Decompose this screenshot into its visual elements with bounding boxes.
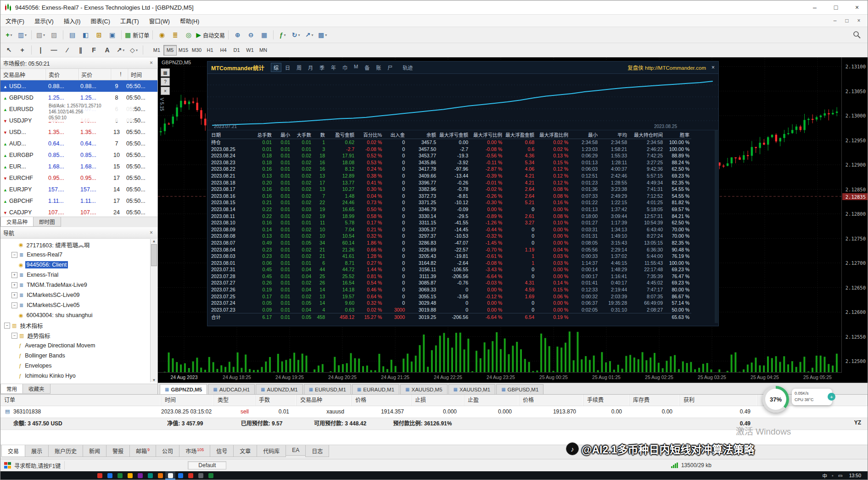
tree-item[interactable]: ƒBollinger Bands xyxy=(0,351,157,361)
mtc-tab-年[interactable]: 年 xyxy=(328,63,339,72)
tree-expander-icon[interactable]: − xyxy=(11,252,17,258)
market-watch-row[interactable]: ▼EURCHF0.95...0.95...1705:50... xyxy=(0,172,157,184)
mtc-tab-周[interactable]: 周 xyxy=(294,63,304,72)
tile-windows-icon[interactable]: ▦ xyxy=(258,29,270,41)
menu-item-窗口(W)[interactable]: 窗口(W) xyxy=(144,15,175,27)
taskbar-app-icon[interactable] xyxy=(175,471,185,480)
tree-item[interactable]: ƒIchimoku Kinko Hyo xyxy=(0,371,157,381)
chart-mini-button-0[interactable]: ▦ xyxy=(161,68,170,77)
horizontal-line-icon[interactable]: — xyxy=(48,44,60,56)
input-method-icon[interactable]: 中 xyxy=(823,472,828,479)
timeframe-M15[interactable]: M15 xyxy=(177,45,190,56)
objects-icon[interactable]: ↗▾ xyxy=(303,29,315,41)
market-watch-row[interactable]: ▲EUR...1.68...1.68...1505:50... xyxy=(0,161,157,172)
scroll-up-icon[interactable]: ▲ xyxy=(152,239,156,243)
mtcommander-close-icon[interactable]: × xyxy=(711,64,715,71)
new-order-icon[interactable]: +▾ xyxy=(3,29,15,41)
net-speed-widget[interactable]: 0.05K/s CPU 38°C + xyxy=(792,389,832,405)
trade-column-5[interactable]: 价格 xyxy=(352,395,411,406)
toolbox-tab-市场[interactable]: 市场105 xyxy=(179,445,210,457)
scrollbar-thumb[interactable] xyxy=(151,244,157,266)
text-label-icon[interactable]: A xyxy=(101,44,113,56)
navigator-scrollbar[interactable]: ▲ ▼ xyxy=(150,239,157,382)
chart-tab-GBPNZD,M5[interactable]: ▦GBPNZD,M5 xyxy=(160,384,207,394)
tree-expander-icon[interactable]: − xyxy=(11,302,17,308)
tree-item[interactable]: +≣TMGM.TradeMax-Live9 xyxy=(0,280,157,290)
chart-tab-AUDCAD,H1[interactable]: ▦AUDCAD,H1 xyxy=(208,384,255,394)
taskbar-app-icon[interactable] xyxy=(135,471,145,480)
mtc-tab-月[interactable]: 月 xyxy=(305,63,316,72)
crosshair-icon[interactable]: + xyxy=(16,44,28,56)
trade-column-11[interactable]: 获利 xyxy=(680,395,758,406)
mtc-tab-日[interactable]: 日 xyxy=(282,63,293,72)
vertical-line-icon[interactable]: | xyxy=(34,44,47,56)
history-center-icon[interactable]: ◉ xyxy=(156,29,168,41)
arrow-objects-icon[interactable]: ↗▾ xyxy=(114,44,127,56)
market-watch-row[interactable]: ▲USD...0.88...0.88...905:50... xyxy=(0,80,157,92)
cycles-icon[interactable]: ↻▾ xyxy=(290,29,302,41)
tree-item[interactable]: −▥趋势指标 xyxy=(0,330,157,340)
tree-expander-icon[interactable]: − xyxy=(4,323,10,329)
tree-item[interactable]: −≣ICMarketsSC-Live05 xyxy=(0,300,157,310)
timeframe-M30[interactable]: M30 xyxy=(190,45,203,56)
tray-icon[interactable]: ◦ xyxy=(832,473,834,478)
minimize-button[interactable]: – xyxy=(804,0,825,14)
scroll-down-icon[interactable]: ▼ xyxy=(152,378,156,382)
trade-column-0[interactable]: 订单 xyxy=(0,395,161,406)
mtc-tab-季[interactable]: 季 xyxy=(317,63,327,72)
chart-tab-AUDNZD,M1[interactable]: ▦AUDNZD,M1 xyxy=(256,384,303,394)
chart-region[interactable]: GBPNZD,M5 ▦?× V 5.15 2.131002.130502.130… xyxy=(158,57,868,383)
mtc-tab-备[interactable]: 备 xyxy=(362,63,372,72)
tab-即时图[interactable]: 即时图 xyxy=(33,217,61,227)
tree-item[interactable]: ◉60043004: shu shuanghui xyxy=(0,310,157,320)
tray-icon[interactable]: ▭ xyxy=(838,473,843,478)
tree-expander-icon[interactable]: + xyxy=(11,282,17,288)
close-button[interactable]: × xyxy=(846,0,868,14)
taskbar-app-icon[interactable] xyxy=(125,471,135,480)
toolbox-tab-交易[interactable]: 交易 xyxy=(1,445,25,457)
mtc-tab-尸[interactable]: 尸 xyxy=(385,63,395,72)
taskbar-app-icon[interactable] xyxy=(145,471,155,480)
profile-selector[interactable]: Default xyxy=(188,461,226,469)
trade-column-4[interactable]: 交易品种 xyxy=(297,395,352,406)
shapes-icon[interactable]: ◇▾ xyxy=(128,44,140,56)
mtc-tab-巾[interactable]: 巾 xyxy=(340,63,350,72)
profiles-icon[interactable]: ▧▾ xyxy=(34,29,47,41)
toolbox-icon[interactable]: ▣ xyxy=(106,29,118,41)
mtcommander-scrollbar[interactable] xyxy=(715,130,718,323)
taskbar-app-icon[interactable] xyxy=(196,471,206,480)
auto-trading-button[interactable]: ▶自动交易 xyxy=(196,29,225,41)
market-watch-row[interactable]: ▲EURGBP0.85...0.85...1005:50... xyxy=(0,149,157,161)
trade-column-8[interactable]: 价格 xyxy=(519,395,583,406)
plus-bubble[interactable]: + xyxy=(828,393,835,401)
trade-column-6[interactable]: 止损 xyxy=(411,395,464,406)
channel-icon[interactable]: ∥ xyxy=(74,44,87,56)
tab-常用[interactable]: 常用 xyxy=(0,384,23,394)
timeframe-H4[interactable]: H4 xyxy=(217,45,230,56)
market-watch-row[interactable]: ▼CADJPY107....107....2405:50... xyxy=(0,207,157,217)
mtc-trajectory-tab[interactable]: 轨迹 xyxy=(403,64,413,71)
menu-item-工具(T)[interactable]: 工具(T) xyxy=(115,15,144,27)
column-header-0[interactable]: 交易品种 xyxy=(0,69,46,80)
trendline-icon[interactable]: ∕ xyxy=(61,44,73,56)
timeframe-M5[interactable]: M5 xyxy=(163,45,177,56)
tree-item[interactable]: ◉27171603: 缇庝笣璐︽埛 xyxy=(0,240,157,250)
maximize-button[interactable]: □ xyxy=(825,0,846,14)
tree-item[interactable]: −▥技术指标 xyxy=(0,320,157,330)
mtc-tab-M[interactable]: M xyxy=(351,63,361,72)
tab-交易品种[interactable]: 交易品种 xyxy=(0,217,34,227)
mtc-tab-综[interactable]: 综 xyxy=(271,63,281,72)
menu-item-插入(I)[interactable]: 插入(I) xyxy=(59,15,86,27)
chart-tab-XAUUSD,M1[interactable]: ▦XAUUSD,M1 xyxy=(448,384,496,394)
cursor-icon[interactable]: ↖ xyxy=(3,44,15,56)
trade-column-2[interactable]: 类型 xyxy=(214,395,255,406)
menu-item-文件(F)[interactable]: 文件(F) xyxy=(0,15,29,27)
taskbar-app-icon[interactable] xyxy=(155,471,165,480)
order-row[interactable]: ▤3631018382023.08.25 03:15:02sell0.01xau… xyxy=(0,406,868,418)
navigator-icon[interactable]: ⊞ xyxy=(93,29,105,41)
tab-收藏夹[interactable]: 收藏夹 xyxy=(22,384,50,394)
mtc-tab-账[interactable]: 账 xyxy=(373,63,384,72)
new-order-button[interactable]: ▦新订单 xyxy=(124,29,150,41)
market-watch-close-icon[interactable]: × xyxy=(148,60,155,66)
chart-tab-EURAUD,M1[interactable]: ▦EURAUD,M1 xyxy=(352,384,399,394)
